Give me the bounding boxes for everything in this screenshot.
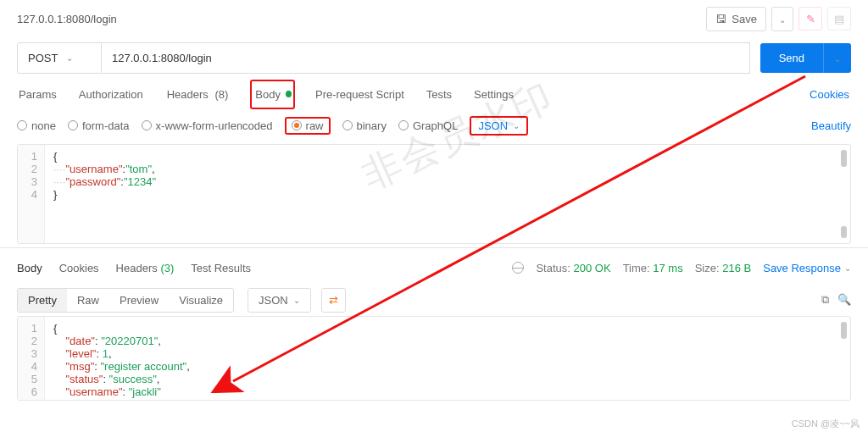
url-input[interactable] [102, 42, 750, 74]
edit-icon[interactable]: ✎ [798, 7, 822, 30]
send-options-button[interactable]: ⌄ [823, 43, 851, 73]
cookies-link[interactable]: Cookies [808, 85, 851, 104]
response-body-code: { "date": "20220701", "level": 1, "msg":… [45, 317, 198, 400]
body-modified-dot-icon [286, 91, 292, 97]
resp-tab-headers[interactable]: Headers (3) [116, 262, 175, 274]
send-button[interactable]: Send [760, 43, 823, 73]
save-response-button[interactable]: Save Response ⌄ [763, 262, 851, 274]
radio-icon [68, 120, 78, 130]
radio-selected-icon [292, 120, 302, 130]
radio-icon [398, 120, 409, 130]
tab-headers[interactable]: Headers (8) [164, 85, 232, 104]
wrap-lines-button[interactable]: ⇄ [321, 288, 346, 313]
request-body-code: { ····"username":"tom", ····"password":"… [45, 145, 164, 243]
view-visualize[interactable]: Visualize [169, 289, 233, 312]
bodytype-formdata[interactable]: form-data [68, 119, 130, 132]
scrollbar-icon [841, 150, 847, 167]
status-label: Status: 200 OK [536, 262, 610, 274]
copy-icon[interactable]: ⧉ [821, 293, 829, 307]
request-tab-title[interactable]: 127.0.0.1:8080/login [17, 13, 117, 25]
tab-params[interactable]: Params [17, 85, 58, 104]
bodytype-raw[interactable]: raw [285, 117, 331, 135]
size-label: Size: 216 B [695, 262, 752, 274]
response-body-editor[interactable]: 123456 { "date": "20220701", "level": 1,… [17, 316, 851, 401]
raw-format-select[interactable]: JSON⌄ [470, 116, 528, 136]
method-select[interactable]: POST ⌄ [17, 42, 102, 74]
response-format-select[interactable]: JSON⌄ [248, 288, 311, 313]
line-gutter: 1234 [18, 145, 45, 243]
comment-icon[interactable]: ▤ [827, 7, 851, 30]
scrollbar-icon [841, 322, 847, 339]
tab-authorization[interactable]: Authorization [77, 85, 145, 104]
tab-tests[interactable]: Tests [425, 85, 453, 104]
view-preview[interactable]: Preview [109, 289, 169, 312]
chevron-down-icon: ⌄ [513, 121, 520, 130]
bodytype-none[interactable]: none [17, 119, 56, 132]
tab-body[interactable]: Body [250, 80, 295, 109]
view-pretty[interactable]: Pretty [18, 289, 67, 312]
save-label: Save [732, 13, 757, 25]
time-label: Time: 17 ms [623, 262, 683, 274]
chevron-down-icon: ⌄ [66, 53, 73, 63]
chevron-down-icon: ⌄ [844, 263, 851, 273]
save-button[interactable]: 🖫 Save [706, 7, 766, 31]
beautify-link[interactable]: Beautify [811, 119, 851, 132]
bodytype-graphql[interactable]: GraphQL [398, 119, 458, 132]
chevron-down-icon: ⌄ [293, 296, 300, 305]
chevron-down-icon: ⌄ [779, 15, 786, 25]
line-gutter: 123456 [18, 317, 45, 400]
resp-tab-cookies[interactable]: Cookies [59, 262, 99, 274]
tab-settings[interactable]: Settings [472, 85, 515, 104]
csdn-watermark: CSDN @凌~~风 [792, 418, 860, 430]
view-raw[interactable]: Raw [67, 289, 109, 312]
resp-tab-body[interactable]: Body [17, 262, 42, 274]
globe-icon [512, 262, 524, 274]
radio-icon [342, 120, 353, 130]
save-options-button[interactable]: ⌄ [771, 7, 793, 31]
request-body-editor[interactable]: 1234 { ····"username":"tom", ····"passwo… [17, 144, 851, 244]
radio-icon [17, 120, 27, 130]
view-mode-segment: Pretty Raw Preview Visualize [17, 288, 234, 313]
save-icon: 🖫 [715, 13, 726, 25]
resp-tab-tests[interactable]: Test Results [191, 262, 251, 274]
tab-prerequest[interactable]: Pre-request Script [314, 85, 406, 104]
radio-icon [142, 120, 152, 130]
bodytype-xwww[interactable]: x-www-form-urlencoded [142, 119, 273, 132]
divider [0, 247, 868, 248]
chevron-down-icon: ⌄ [834, 54, 841, 64]
scrollbar-icon [841, 226, 847, 238]
tab-body-label: Body [253, 85, 282, 104]
bodytype-binary[interactable]: binary [342, 119, 387, 132]
search-icon[interactable]: 🔍 [837, 293, 851, 307]
method-value: POST [28, 52, 58, 64]
